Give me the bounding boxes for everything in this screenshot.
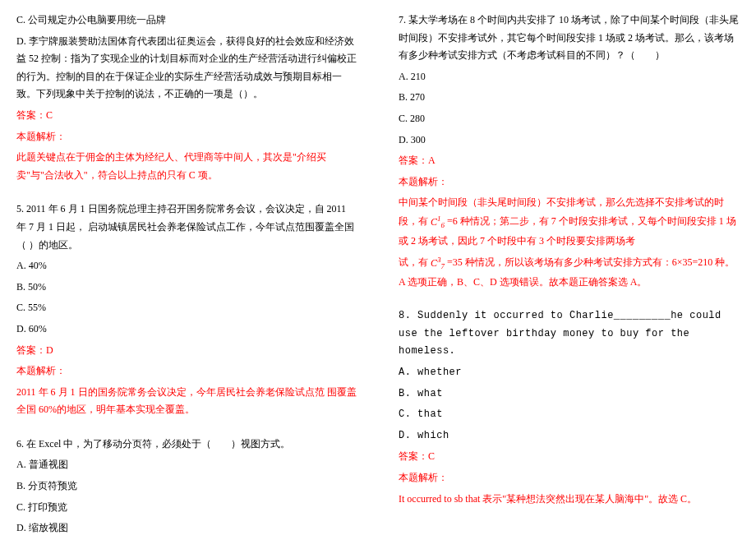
option-d: D. 60% — [16, 321, 357, 339]
math-c61: C16 — [431, 216, 445, 228]
analysis-text-1: 中间某个时间段（非头尾时间段）不安排考试，那么先选择不安排考试的时段，有 C16… — [399, 194, 740, 250]
analysis-label: 本题解析： — [16, 362, 357, 380]
option-c: C. 公司规定办公电脑要用统一品牌 — [16, 12, 357, 30]
analysis-part-2b: =35 种情况，所以该考场有多少种考试安排方式有：6×35=210 种。A 选项… — [399, 256, 735, 288]
question-5: 5. 2011 年 6 月 1 日国务院总理主持召开国务院常务会议，会议决定，自… — [16, 201, 357, 419]
option-a: A. 40% — [16, 257, 357, 275]
analysis-text: 此题关键点在于佣金的主体为经纪人、代理商等中间人，其次是"介绍买卖"与"合法收入… — [16, 149, 357, 184]
option-b: B. 分页符预览 — [16, 477, 357, 496]
option-c: C. 280 — [399, 110, 740, 128]
analysis-part-1b: =6 种情况；第二步，有 7 个时段安排考试，又每个时间段安排 1 场或 2 场… — [399, 215, 736, 247]
right-column: 7. 某大学考场在 8 个时间内共安排了 10 场考试，除了中间某个时间段（非头… — [390, 8, 748, 535]
option-a: A. 普通视图 — [16, 456, 357, 474]
analysis-label: 本题解析： — [399, 469, 740, 487]
option-d: D. 300 — [399, 131, 740, 150]
answer-label: 答案：C — [16, 107, 357, 125]
analysis-text: It occurred to sb that 表示"某种想法突然出现在某人脑海中… — [399, 491, 740, 509]
option-a: A. whether — [399, 364, 740, 382]
option-c: C. that — [399, 406, 740, 424]
question-4-partial: C. 公司规定办公电脑要用统一品牌 D. 李宁牌服装赞助法国体育代表团出征奥运会… — [16, 12, 357, 184]
analysis-text-2: 试，有 C37 =35 种情况，所以该考场有多少种考试安排方式有：6×35=21… — [399, 253, 740, 291]
analysis-text: 2011 年 6 月 1 日的国务院常务会议决定，今年居民社会养老保险试点范 围… — [16, 384, 357, 419]
option-d: D. which — [399, 427, 740, 445]
option-d: D. 缩放视图 — [16, 519, 357, 535]
question-stem: 7. 某大学考场在 8 个时间内共安排了 10 场考试，除了中间某个时间段（非头… — [399, 12, 740, 65]
option-c: C. 打印预览 — [16, 499, 357, 517]
math-c73: C37 — [431, 257, 445, 269]
question-stem: 6. 在 Excel 中，为了移动分页符，必须处于（ ）视图方式。 — [16, 436, 357, 454]
option-b: B. 270 — [399, 89, 740, 107]
option-a: A. 210 — [399, 68, 740, 86]
analysis-label: 本题解析： — [16, 128, 357, 146]
answer-label: 答案：A — [399, 152, 740, 170]
question-stem: 5. 2011 年 6 月 1 日国务院总理主持召开国务院常务会议，会议决定，自… — [16, 201, 357, 254]
analysis-label: 本题解析： — [399, 173, 740, 191]
option-d: D. 李宁牌服装赞助法国体育代表团出征奥运会，获得良好的社会效应和经济效益 52… — [16, 33, 357, 104]
option-c: C. 55% — [16, 299, 357, 317]
question-7: 7. 某大学考场在 8 个时间内共安排了 10 场考试，除了中间某个时间段（非头… — [399, 12, 740, 291]
answer-label: 答案：C — [399, 448, 740, 466]
option-b: B. what — [399, 385, 740, 404]
option-b: B. 50% — [16, 279, 357, 297]
question-stem: 8. Suddenly it occurred to Charlie______… — [399, 307, 740, 361]
analysis-part-2a: 试，有 — [399, 256, 431, 268]
question-8: 8. Suddenly it occurred to Charlie______… — [399, 307, 740, 508]
question-6: 6. 在 Excel 中，为了移动分页符，必须处于（ ）视图方式。 A. 普通视… — [16, 436, 357, 535]
answer-label: 答案：D — [16, 342, 357, 360]
left-column: C. 公司规定办公电脑要用统一品牌 D. 李宁牌服装赞助法国体育代表团出征奥运会… — [8, 8, 366, 535]
